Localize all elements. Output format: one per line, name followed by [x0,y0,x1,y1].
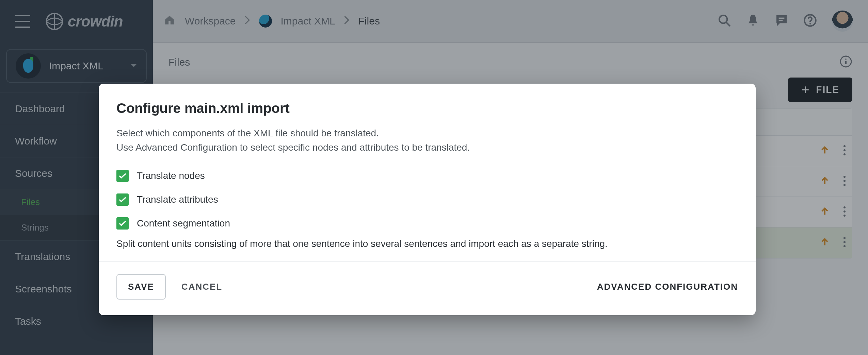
checkbox-label: Translate nodes [137,170,205,181]
segmentation-note: Split content units consisting of more t… [116,238,738,249]
dialog-title: Configure main.xml import [116,101,738,116]
dialog-body: Configure main.xml import Select which c… [99,84,756,261]
checkbox-icon [116,193,129,206]
dialog-footer: SAVE CANCEL ADVANCED CONFIGURATION [99,261,756,315]
checkbox-translate-nodes[interactable]: Translate nodes [116,170,738,182]
dialog-desc-line2: Use Advanced Configuration to select spe… [116,142,470,153]
checkbox-icon [116,217,129,230]
advanced-configuration-button[interactable]: ADVANCED CONFIGURATION [597,282,738,292]
dialog-desc-line1: Select which components of the XML file … [116,128,379,138]
checkbox-content-segmentation[interactable]: Content segmentation [116,217,738,230]
checkbox-translate-attributes[interactable]: Translate attributes [116,193,738,206]
save-button[interactable]: SAVE [116,274,166,300]
configure-import-dialog: Configure main.xml import Select which c… [99,84,756,315]
checkbox-label: Content segmentation [137,218,230,229]
dialog-description: Select which components of the XML file … [116,126,738,155]
cancel-button[interactable]: CANCEL [175,275,228,299]
checkbox-label: Translate attributes [137,194,218,205]
checkbox-icon [116,170,129,182]
